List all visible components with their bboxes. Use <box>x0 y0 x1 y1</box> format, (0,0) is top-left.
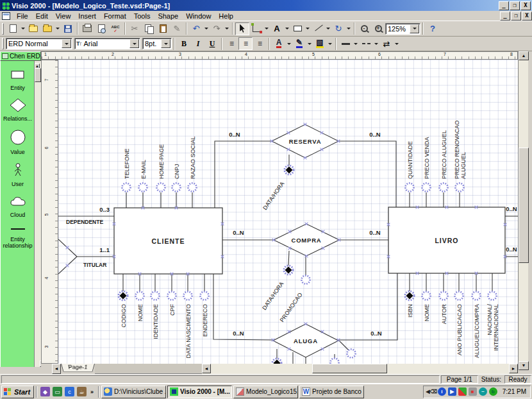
quick-launch-chevron-icon[interactable]: » <box>89 389 95 395</box>
stencil-master-entity[interactable]: Entity <box>1 67 35 91</box>
rotate-tool-dropdown[interactable] <box>345 22 352 35</box>
horizontal-scrollbar[interactable]: ◄ ► <box>202 364 518 374</box>
font-color-button[interactable]: A <box>272 37 286 50</box>
minimize-button[interactable]: _ <box>499 1 509 10</box>
scroll-down-icon[interactable]: ▼ <box>519 361 529 370</box>
print-button[interactable] <box>80 22 94 35</box>
fill-color-button[interactable]: ▧ <box>313 37 327 50</box>
connector-aluga-livro[interactable] <box>338 273 397 340</box>
menu-item-edit[interactable]: Edit <box>32 11 52 21</box>
coffee-cup-icon[interactable]: ☕︎ <box>77 387 87 396</box>
vertical-scrollbar[interactable]: ▲ ▼ <box>518 51 528 370</box>
attribute-node[interactable] <box>331 359 339 364</box>
text-tool-dropdown[interactable] <box>284 22 290 35</box>
connector-tool-dropdown[interactable] <box>263 22 270 35</box>
channel-shortcut-icon[interactable]: c <box>65 387 74 396</box>
stencil-master-cloud[interactable]: Cloud <box>1 194 35 218</box>
undo-dropdown[interactable] <box>203 22 210 35</box>
stencil-master-entity-relationship[interactable]: Entity relationship <box>1 225 35 249</box>
spelling-button[interactable]: ABC✓ <box>108 22 122 35</box>
save-button[interactable] <box>61 22 75 35</box>
zoom-out-button[interactable]: - <box>357 22 371 35</box>
bold-button[interactable]: B <box>177 37 191 50</box>
scroll-up-icon[interactable]: ▲ <box>519 51 529 60</box>
scheduler-tray-icon[interactable]: ■ <box>469 387 477 396</box>
line-pattern-dropdown[interactable] <box>373 37 379 50</box>
taskbar-button-explorer[interactable]: D:\Vinicius\Clube ... <box>101 386 166 398</box>
attribute-node[interactable] <box>172 183 181 192</box>
help-button[interactable]: ? <box>426 22 440 35</box>
doc-minimize-button[interactable]: _ <box>500 12 510 21</box>
stencil-scroll-thumb[interactable] <box>35 68 41 82</box>
connector-tool-button[interactable] <box>249 22 263 35</box>
stencil-master-value[interactable]: Value <box>1 129 35 155</box>
graphics-tray-icon[interactable] <box>458 387 467 396</box>
line-ends-button[interactable]: ⇄ <box>379 37 394 50</box>
line-tool-button[interactable] <box>311 22 325 35</box>
restore-button[interactable]: ❐ <box>510 1 520 10</box>
underline-button[interactable]: U <box>205 37 219 50</box>
font-combo[interactable]: TrArial <box>74 38 140 49</box>
print-preview-button[interactable] <box>94 22 108 35</box>
line-pattern-button[interactable] <box>359 37 373 50</box>
drawing-canvas[interactable]: 0..N0..N0..N0..N0..N0..N0..3DEPENDENTE1.… <box>58 60 518 364</box>
style-combo-arrow[interactable] <box>62 39 71 48</box>
font-combo-arrow[interactable] <box>129 39 139 48</box>
toolbar-drag-handle-2[interactable] <box>2 38 4 49</box>
redo-dropdown[interactable] <box>224 22 230 35</box>
zoom-in-button[interactable]: + <box>371 22 385 35</box>
menu-item-format[interactable]: Format <box>100 11 130 21</box>
undo-button[interactable]: ↶ <box>189 22 203 35</box>
rotate-tool-button[interactable]: ↻ <box>331 22 345 35</box>
line-tool-dropdown[interactable] <box>325 22 331 35</box>
doc-restore-button[interactable]: ❐ <box>511 12 521 21</box>
italic-button[interactable]: I <box>191 37 205 50</box>
menu-item-window[interactable]: Window <box>182 11 215 21</box>
toolbar-drag-handle[interactable] <box>2 23 4 35</box>
line-color-dropdown[interactable] <box>306 37 313 50</box>
attribute-node[interactable] <box>456 183 464 192</box>
stencil-tab[interactable]: Chen ERD <box>0 51 41 61</box>
font-color-dropdown[interactable] <box>286 37 292 50</box>
attribute-node[interactable] <box>422 183 431 192</box>
paste-button[interactable] <box>156 22 170 35</box>
attribute-node[interactable] <box>302 276 310 284</box>
align-right-button[interactable]: ≡ <box>253 37 267 50</box>
open-button[interactable] <box>26 22 40 35</box>
size-combo-arrow[interactable] <box>161 39 170 48</box>
rectangle-tool-button[interactable] <box>290 22 304 35</box>
rectangle-tool-dropdown[interactable] <box>304 22 311 35</box>
menu-item-help[interactable]: Help <box>215 11 237 21</box>
fill-color-dropdown[interactable] <box>327 37 333 50</box>
menu-item-insert[interactable]: Insert <box>74 11 100 21</box>
volume-icon[interactable]: ◀⌫ <box>428 387 436 396</box>
attribute-node[interactable] <box>139 183 147 192</box>
menu-item-shape[interactable]: Shape <box>154 11 182 21</box>
doc-close-button[interactable]: X <box>522 12 532 21</box>
menu-item-file[interactable]: File <box>13 11 32 21</box>
line-weight-dropdown[interactable] <box>353 37 359 50</box>
menu-item-view[interactable]: View <box>52 11 75 21</box>
open-stencil-dropdown[interactable] <box>54 22 61 35</box>
connector-cliente-reserva[interactable] <box>215 141 272 208</box>
scroll-left-icon[interactable]: ◄ <box>202 364 211 373</box>
attribute-node[interactable] <box>136 292 144 300</box>
line-ends-dropdown[interactable] <box>394 37 400 50</box>
stencil-master-user[interactable]: User <box>1 162 35 187</box>
attribute-node[interactable] <box>122 183 131 192</box>
zoom-combo[interactable]: 125% <box>385 23 420 35</box>
attribute-node[interactable] <box>201 292 209 300</box>
app-shortcut-icon-1[interactable]: ◆ <box>40 387 50 396</box>
messenger-tray-icon[interactable]: b <box>489 387 497 396</box>
attribute-node[interactable] <box>347 350 356 358</box>
cut-button[interactable]: ✂ <box>128 22 142 35</box>
format-painter-button[interactable]: ✎ <box>170 22 184 35</box>
taskbar-button-word[interactable]: WProjeto de Banco ... <box>299 386 364 398</box>
media-player-tray-icon[interactable]: ▶ <box>448 387 456 396</box>
vertical-scroll-thumb[interactable] <box>519 148 529 263</box>
attribute-node[interactable] <box>406 183 414 192</box>
style-combo[interactable]: ERD Normal <box>6 38 72 49</box>
attribute-node[interactable] <box>157 183 165 192</box>
document-icon[interactable] <box>2 12 10 20</box>
attribute-node[interactable] <box>151 292 160 300</box>
